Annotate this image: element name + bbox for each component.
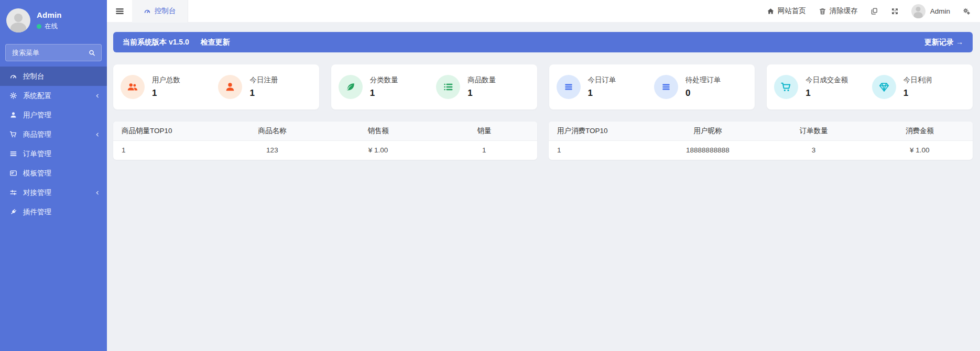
column-header: 用户昵称 bbox=[655, 122, 760, 140]
sidebar-profile: Admin 在线 bbox=[0, 0, 107, 40]
stat-today-profit: 今日利润 1 bbox=[872, 75, 970, 99]
sidebar-item-label: 系统配置 bbox=[23, 91, 51, 101]
hamburger-menu-icon[interactable] bbox=[107, 0, 132, 23]
chevron-left-icon bbox=[95, 93, 100, 98]
fullscreen-icon[interactable] bbox=[891, 7, 899, 15]
stat-card-orders: 今日订单 1 待处理订单 0 bbox=[549, 64, 755, 109]
column-header: 销售额 bbox=[325, 122, 431, 140]
table-header-row: 商品销量TOP10 商品名称 销售额 销量 bbox=[113, 122, 537, 140]
stat-label: 今日注册 bbox=[249, 75, 278, 85]
tab-label: 控制台 bbox=[155, 6, 176, 16]
user-top10-table: 用户消费TOP10 用户昵称 订单数量 消费金额 1 18888888888 3… bbox=[549, 122, 973, 160]
sidebar-item-system-config[interactable]: 系统配置 bbox=[0, 86, 107, 105]
table-header-row: 用户消费TOP10 用户昵称 订单数量 消费金额 bbox=[549, 122, 973, 140]
product-top10-table: 商品销量TOP10 商品名称 销售额 销量 1 123 ¥ 1.00 1 bbox=[113, 122, 537, 160]
stat-card-revenue: 今日成交金额 1 今日利润 1 bbox=[767, 64, 973, 109]
search-icon[interactable] bbox=[88, 49, 96, 57]
sidebar-item-label: 控制台 bbox=[23, 72, 45, 81]
gear-icon bbox=[9, 92, 17, 100]
version-banner: 当前系统版本 v1.5.0 检查更新 更新记录 → bbox=[113, 32, 973, 52]
stat-label: 今日利润 bbox=[903, 75, 932, 85]
cell-rank: 1 bbox=[549, 140, 655, 160]
stat-today-turnover: 今日成交金额 1 bbox=[774, 75, 872, 99]
stat-label: 今日成交金额 bbox=[805, 75, 848, 85]
cell-rank: 1 bbox=[113, 140, 219, 160]
user-icon bbox=[9, 111, 17, 119]
settings-cogs-icon[interactable] bbox=[963, 7, 971, 15]
user-icon bbox=[218, 75, 242, 99]
leaf-icon bbox=[339, 75, 363, 99]
stat-value: 1 bbox=[805, 88, 848, 98]
stat-product-count: 商品数量 1 bbox=[436, 75, 533, 99]
stat-value: 1 bbox=[249, 88, 278, 98]
profile-name: Admin bbox=[37, 10, 62, 19]
sidebar-item-label: 商品管理 bbox=[23, 130, 51, 139]
refresh-page-icon[interactable] bbox=[870, 7, 878, 15]
top-navbar: 控制台 网站首页 清除缓存 bbox=[107, 0, 980, 23]
clear-cache-label: 清除缓存 bbox=[830, 6, 858, 16]
stat-today-orders: 今日订单 1 bbox=[557, 75, 654, 99]
dashboard-icon bbox=[144, 7, 151, 15]
column-header: 订单数量 bbox=[761, 122, 867, 140]
table-row: 1 123 ¥ 1.00 1 bbox=[113, 140, 537, 160]
search-input[interactable] bbox=[5, 44, 102, 61]
avatar bbox=[6, 8, 30, 32]
user-menu[interactable]: Admin bbox=[911, 4, 950, 18]
site-home-link[interactable]: 网站首页 bbox=[767, 6, 806, 16]
cell-sales-count: 1 bbox=[431, 140, 537, 160]
gem-icon bbox=[872, 75, 896, 99]
column-header: 销量 bbox=[431, 122, 537, 140]
users-icon bbox=[121, 75, 145, 99]
online-dot-icon bbox=[37, 24, 41, 29]
sidebar: Admin 在线 控制台 bbox=[0, 0, 107, 351]
table-row: 1 18888888888 3 ¥ 1.00 bbox=[549, 140, 973, 160]
stat-pending-orders: 待处理订单 0 bbox=[654, 75, 752, 99]
admin-dashboard: Admin 在线 控制台 bbox=[0, 0, 980, 351]
trash-icon bbox=[819, 7, 826, 15]
sidebar-item-product-management[interactable]: 商品管理 bbox=[0, 125, 107, 144]
sidebar-item-order-management[interactable]: 订单管理 bbox=[0, 144, 107, 163]
sidebar-item-integration-management[interactable]: 对接管理 bbox=[0, 183, 107, 202]
stat-value: 1 bbox=[152, 88, 180, 98]
sidebar-item-user-management[interactable]: 用户管理 bbox=[0, 105, 107, 125]
changelog-link[interactable]: 更新记录 → bbox=[924, 38, 963, 47]
stat-total-users: 用户总数 1 bbox=[121, 75, 218, 99]
online-status-label: 在线 bbox=[45, 22, 58, 31]
home-icon bbox=[767, 7, 775, 15]
chevron-left-icon bbox=[95, 132, 100, 137]
table-title: 用户消费TOP10 bbox=[549, 122, 655, 140]
sidebar-item-dashboard[interactable]: 控制台 bbox=[0, 67, 107, 86]
sidebar-menu: 控制台 系统配置 用户管理 bbox=[0, 67, 107, 222]
stat-label: 分类数量 bbox=[370, 75, 398, 85]
plugin-icon bbox=[9, 208, 17, 216]
tab-dashboard[interactable]: 控制台 bbox=[132, 0, 188, 23]
list-check-icon bbox=[436, 75, 460, 99]
menu-lines-icon bbox=[654, 75, 678, 99]
stat-label: 待处理订单 bbox=[685, 75, 721, 85]
stat-card-catalog: 分类数量 1 商品数量 1 bbox=[331, 64, 537, 109]
stat-category-count: 分类数量 1 bbox=[339, 75, 436, 99]
stat-value: 1 bbox=[370, 88, 398, 98]
cell-product-name: 123 bbox=[219, 140, 325, 160]
list-icon bbox=[9, 150, 17, 158]
stat-label: 商品数量 bbox=[467, 75, 496, 85]
sliders-icon bbox=[9, 189, 17, 196]
cell-spend-amount: ¥ 1.00 bbox=[867, 140, 973, 160]
clear-cache-link[interactable]: 清除缓存 bbox=[819, 6, 858, 16]
stat-value: 0 bbox=[685, 88, 721, 98]
sidebar-item-label: 订单管理 bbox=[23, 149, 51, 159]
sidebar-item-template-management[interactable]: 模板管理 bbox=[0, 163, 107, 183]
cell-user-nickname: 18888888888 bbox=[655, 140, 760, 160]
sidebar-item-label: 模板管理 bbox=[23, 169, 51, 178]
main-content: 当前系统版本 v1.5.0 检查更新 更新记录 → 用户总数 1 bbox=[107, 23, 980, 351]
column-header: 商品名称 bbox=[219, 122, 325, 140]
stat-cards: 用户总数 1 今日注册 1 bbox=[113, 64, 973, 109]
stat-value: 1 bbox=[588, 88, 616, 98]
stat-today-registrations: 今日注册 1 bbox=[218, 75, 315, 99]
sidebar-item-plugin-management[interactable]: 插件管理 bbox=[0, 202, 107, 222]
avatar bbox=[911, 4, 925, 18]
stat-card-users: 用户总数 1 今日注册 1 bbox=[113, 64, 319, 109]
template-icon bbox=[9, 169, 17, 177]
sidebar-item-label: 用户管理 bbox=[23, 111, 51, 120]
check-update-link[interactable]: 检查更新 bbox=[201, 38, 230, 47]
